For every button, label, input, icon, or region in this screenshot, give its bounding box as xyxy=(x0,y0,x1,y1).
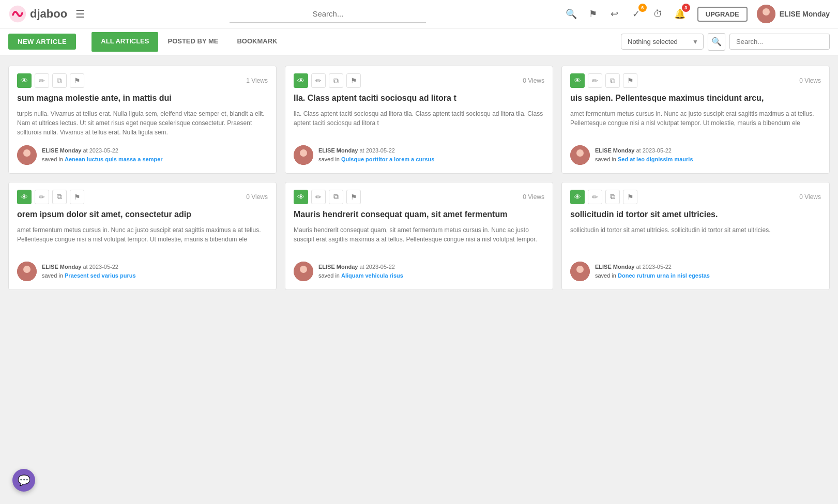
articles-grid: 👁 ✏ ⧉ ⚑ 1 Views sum magna molestie ante,… xyxy=(8,66,830,290)
article-date: at 2023-05-22 xyxy=(636,264,672,270)
copy-icon[interactable]: ⧉ xyxy=(605,190,620,204)
logo[interactable]: djaboo xyxy=(8,5,67,23)
copy-icon[interactable]: ⧉ xyxy=(329,190,343,204)
view-icon[interactable]: 👁 xyxy=(294,73,308,88)
card-actions: 👁 ✏ ⧉ ⚑ xyxy=(570,190,637,204)
card-actions: 👁 ✏ ⧉ ⚑ xyxy=(17,73,84,88)
card-title: uis sapien. Pellentesque maximus tincidu… xyxy=(570,93,821,104)
article-category[interactable]: Quisque porttitor a lorem a cursus xyxy=(341,156,434,162)
copy-icon[interactable]: ⧉ xyxy=(52,190,67,204)
clock-nav-icon[interactable]: ⏱ xyxy=(650,6,666,22)
tab-bookmark[interactable]: BOOKMARK xyxy=(227,32,286,52)
article-date: at 2023-05-22 xyxy=(359,264,395,270)
card-footer: ELISE Monday at 2023-05-22 saved in Done… xyxy=(570,262,821,281)
search-nav-icon[interactable]: 🔍 xyxy=(563,6,580,22)
card-header: 👁 ✏ ⧉ ⚑ 0 Views xyxy=(17,190,268,204)
edit-icon[interactable]: ✏ xyxy=(588,190,602,204)
bell-nav-icon[interactable]: 🔔 3 xyxy=(672,6,688,22)
hamburger-icon[interactable]: ☰ xyxy=(75,8,85,20)
user-area[interactable]: ELISE Monday xyxy=(757,5,830,23)
edit-icon[interactable]: ✏ xyxy=(35,190,49,204)
article-card: 👁 ✏ ⧉ ⚑ 0 Views lla. Class aptent taciti… xyxy=(285,66,553,174)
saved-in-label: saved in xyxy=(595,272,618,279)
card-title: orem ipsum dolor sit amet, consectetur a… xyxy=(17,209,268,220)
logo-text: djaboo xyxy=(30,7,67,21)
tasks-nav-icon[interactable]: ✓ 6 xyxy=(628,6,645,22)
svg-point-2 xyxy=(763,8,770,16)
navbar-search-area xyxy=(93,5,563,23)
copy-icon[interactable]: ⧉ xyxy=(329,73,343,88)
author-name: ELISE Monday xyxy=(595,147,634,154)
author-avatar xyxy=(294,262,313,281)
navbar-search-input[interactable] xyxy=(230,5,426,23)
toolbar-search-input[interactable] xyxy=(729,34,830,50)
card-title: Mauris hendrerit consequat quam, sit ame… xyxy=(294,209,544,220)
card-actions: 👁 ✏ ⧉ ⚑ xyxy=(570,73,637,88)
article-date: at 2023-05-22 xyxy=(83,147,118,154)
article-category[interactable]: Donec rutrum urna in nisl egestas xyxy=(618,272,710,279)
article-category[interactable]: Praesent sed varius purus xyxy=(65,272,136,279)
author-avatar xyxy=(294,145,313,165)
article-category[interactable]: Sed at leo dignissim mauris xyxy=(618,156,693,162)
card-title: sollicitudin id tortor sit amet ultricie… xyxy=(570,209,821,220)
card-actions: 👁 ✏ ⧉ ⚑ xyxy=(294,190,361,204)
view-icon[interactable]: 👁 xyxy=(294,190,308,204)
edit-icon[interactable]: ✏ xyxy=(35,73,49,88)
bookmark-icon[interactable]: ⚑ xyxy=(623,190,637,204)
author-info: ELISE Monday at 2023-05-22 saved in Done… xyxy=(595,263,710,280)
svg-point-20 xyxy=(576,266,584,273)
article-card: 👁 ✏ ⧉ ⚑ 0 Views Mauris hendrerit consequ… xyxy=(285,182,553,290)
article-date: at 2023-05-22 xyxy=(359,147,395,154)
tab-all-articles[interactable]: ALL ARTICLES xyxy=(92,32,158,52)
view-icon[interactable]: 👁 xyxy=(570,190,585,204)
author-name: ELISE Monday xyxy=(318,264,358,270)
card-body: amet fermentum metus cursus in. Nunc ac … xyxy=(570,109,821,138)
views-count: 0 Views xyxy=(523,193,544,201)
bookmark-icon[interactable]: ⚑ xyxy=(623,73,637,88)
avatar xyxy=(757,5,775,23)
article-category[interactable]: Aliquam vehicula risus xyxy=(341,272,403,279)
article-category[interactable]: Aenean luctus quis massa a semper xyxy=(65,156,163,162)
toolbar: NEW ARTICLE ALL ARTICLES POSTED BY ME BO… xyxy=(0,28,838,55)
flag-nav-icon[interactable]: ⚑ xyxy=(585,6,601,22)
logo-icon xyxy=(8,5,27,23)
author-info: ELISE Monday at 2023-05-22 saved in Prae… xyxy=(42,263,136,280)
share-nav-icon[interactable]: ↩ xyxy=(606,6,623,22)
card-actions: 👁 ✏ ⧉ ⚑ xyxy=(17,190,84,204)
view-icon[interactable]: 👁 xyxy=(17,73,32,88)
svg-point-14 xyxy=(23,266,31,273)
bookmark-icon[interactable]: ⚑ xyxy=(346,190,361,204)
tasks-badge: 6 xyxy=(638,4,647,12)
bookmark-icon[interactable]: ⚑ xyxy=(70,190,84,204)
bookmark-icon[interactable]: ⚑ xyxy=(346,73,361,88)
card-body: sollicitudin id tortor sit amet ultricie… xyxy=(570,225,821,254)
svg-point-17 xyxy=(300,266,307,273)
svg-point-11 xyxy=(576,149,584,157)
author-avatar xyxy=(570,145,590,165)
new-article-button[interactable]: NEW ARTICLE xyxy=(8,34,76,50)
edit-icon[interactable]: ✏ xyxy=(588,73,602,88)
view-icon[interactable]: 👁 xyxy=(17,190,32,204)
upgrade-button[interactable]: UPGRADE xyxy=(697,7,748,22)
tab-posted-by-me[interactable]: POSTED BY ME xyxy=(158,32,227,52)
saved-in-label: saved in xyxy=(42,156,65,162)
saved-in-label: saved in xyxy=(318,272,341,279)
card-header: 👁 ✏ ⧉ ⚑ 0 Views xyxy=(294,73,544,88)
author-name: ELISE Monday xyxy=(595,264,634,270)
navbar-icons: 🔍 ⚑ ↩ ✓ 6 ⏱ 🔔 3 UPGRADE ELISE Monday xyxy=(563,5,830,23)
bookmark-icon[interactable]: ⚑ xyxy=(70,73,84,88)
main-content: 👁 ✏ ⧉ ⚑ 1 Views sum magna molestie ante,… xyxy=(0,55,838,300)
edit-icon[interactable]: ✏ xyxy=(311,190,326,204)
card-body: amet fermentum metus cursus in. Nunc ac … xyxy=(17,225,268,254)
view-icon[interactable]: 👁 xyxy=(570,73,585,88)
edit-icon[interactable]: ✏ xyxy=(311,73,326,88)
toolbar-right: Nothing selected ▼ 🔍 xyxy=(621,33,830,51)
copy-icon[interactable]: ⧉ xyxy=(52,73,67,88)
category-select[interactable]: Nothing selected xyxy=(621,34,704,50)
card-footer: ELISE Monday at 2023-05-22 saved in Quis… xyxy=(294,145,544,165)
card-footer: ELISE Monday at 2023-05-22 saved in Sed … xyxy=(570,145,821,165)
copy-icon[interactable]: ⧉ xyxy=(605,73,620,88)
toolbar-search-button[interactable]: 🔍 xyxy=(708,33,725,51)
views-count: 1 Views xyxy=(246,77,268,84)
article-date: at 2023-05-22 xyxy=(636,147,672,154)
